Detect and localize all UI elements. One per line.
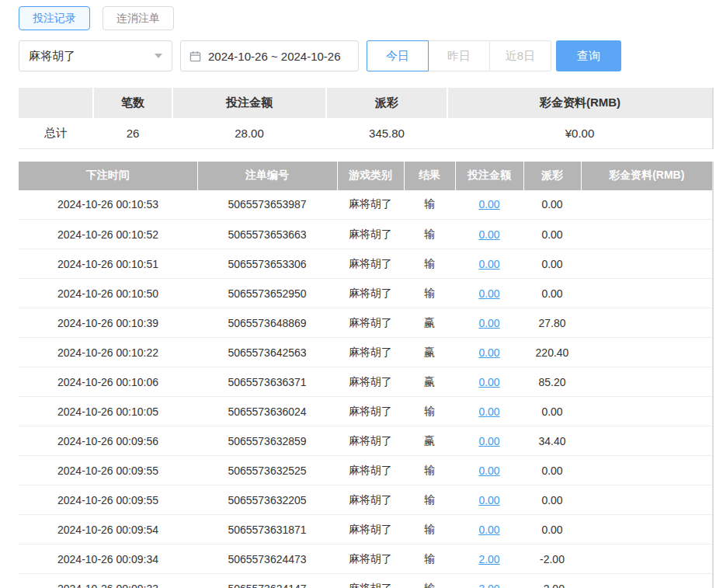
table-row: 2024-10-26 00:09:565065573632859麻将胡了赢0.0…: [19, 426, 713, 456]
bet-time-cell: 2024-10-26 00:09:55: [19, 485, 197, 515]
tabs-row: 投注记录 连消注单: [19, 6, 713, 30]
bet-time-cell: 2024-10-26 00:10:50: [19, 279, 197, 308]
bet-time-cell: 2024-10-26 00:09:54: [19, 515, 197, 545]
game-type-cell: 麻将胡了: [337, 220, 404, 249]
summary-total-bet-amount: 28.00: [172, 118, 326, 148]
header-order-number: 注单编号: [197, 162, 337, 190]
records-table: 下注时间 注单编号 游戏类别 结果 投注金额 派彩 彩金资料(RMB) 2024…: [19, 162, 714, 588]
bet-amount-link[interactable]: 0.00: [478, 198, 499, 210]
table-row: 2024-10-26 00:10:055065573636024麻将胡了输0.0…: [19, 397, 713, 426]
bet-amount-link[interactable]: 0.00: [478, 435, 499, 447]
summary-total-row: 总计 26 28.00 345.80 ¥0.00: [19, 118, 713, 148]
bet-amount-link[interactable]: 0.00: [478, 405, 499, 418]
order-number-cell: 5065573653663: [197, 220, 337, 249]
summary-header-blank: [19, 88, 93, 118]
date-range-picker[interactable]: 2024-10-26 ~ 2024-10-26: [180, 40, 359, 71]
result-cell: 输: [404, 515, 455, 545]
header-jackpot: 彩金资料(RMB): [581, 162, 713, 190]
payout-cell: 0.00: [523, 515, 581, 545]
bet-time-cell: 2024-10-26 00:10:22: [19, 338, 197, 367]
jackpot-cell: [581, 249, 713, 279]
order-number-cell: 5065573636024: [197, 397, 337, 426]
quick-range-group: 今日 昨日 近8日: [367, 40, 551, 71]
order-number-cell: 5065573624473: [197, 545, 337, 574]
table-row: 2024-10-26 00:09:555065573632525麻将胡了输0.0…: [19, 456, 713, 485]
bet-time-cell: 2024-10-26 00:09:34: [19, 545, 197, 574]
summary-total-label: 总计: [19, 118, 93, 148]
bet-amount-link[interactable]: 0.00: [478, 494, 499, 506]
summary-table: 笔数 投注金额 派彩 彩金资料(RMB) 总计 26 28.00 345.80 …: [19, 88, 714, 149]
payout-cell: -2.00: [523, 545, 581, 574]
jackpot-cell: [581, 190, 713, 220]
order-number-cell: 5065573636371: [197, 367, 337, 397]
bet-amount-link[interactable]: 0.00: [478, 376, 499, 388]
bet-amount-cell: 2.00: [455, 574, 523, 588]
bet-amount-link[interactable]: 0.00: [478, 287, 499, 300]
jackpot-cell: [581, 545, 713, 574]
game-type-cell: 麻将胡了: [337, 279, 404, 308]
tab-betting-records[interactable]: 投注记录: [19, 6, 90, 30]
jackpot-cell: [581, 515, 713, 545]
summary-header-bet-amount: 投注金额: [172, 88, 326, 118]
bet-amount-link[interactable]: 0.00: [478, 228, 499, 241]
payout-cell: 0.00: [523, 456, 581, 485]
payout-cell: 0.00: [523, 279, 581, 308]
betting-records-page: 投注记录 连消注单 麻将胡了 2024-10-26 ~ 2024-10-26 今…: [0, 0, 716, 588]
result-cell: 输: [404, 279, 455, 308]
result-cell: 赢: [404, 338, 455, 367]
bet-time-cell: 2024-10-26 00:10:52: [19, 220, 197, 249]
result-cell: 输: [404, 545, 455, 574]
table-row: 2024-10-26 00:10:515065573653306麻将胡了输0.0…: [19, 249, 713, 279]
records-body: 2024-10-26 00:10:535065573653987麻将胡了输0.0…: [19, 190, 713, 588]
calendar-icon: [189, 50, 201, 62]
payout-cell: 0.00: [523, 190, 581, 220]
result-cell: 赢: [404, 308, 455, 338]
game-type-cell: 麻将胡了: [337, 485, 404, 515]
game-type-cell: 麻将胡了: [337, 456, 404, 485]
today-button[interactable]: 今日: [367, 40, 429, 71]
order-number-cell: 5065573624147: [197, 574, 337, 588]
query-button[interactable]: 查询: [556, 40, 621, 71]
header-result: 结果: [404, 162, 455, 190]
jackpot-cell: [581, 485, 713, 515]
bet-amount-link[interactable]: 0.00: [478, 346, 499, 359]
bet-time-cell: 2024-10-26 00:10:39: [19, 308, 197, 338]
table-row: 2024-10-26 00:10:065065573636371麻将胡了赢0.0…: [19, 367, 713, 397]
payout-cell: 27.80: [523, 308, 581, 338]
tab-cancelled-orders[interactable]: 连消注单: [103, 6, 174, 30]
table-row: 2024-10-26 00:10:395065573648869麻将胡了赢0.0…: [19, 308, 713, 338]
filter-row: 麻将胡了 2024-10-26 ~ 2024-10-26 今日 昨日 近8日 查…: [19, 40, 713, 71]
bet-amount-cell: 2.00: [455, 545, 523, 574]
bet-amount-cell: 0.00: [455, 485, 523, 515]
bet-time-cell: 2024-10-26 00:10:05: [19, 397, 197, 426]
order-number-cell: 5065573632205: [197, 485, 337, 515]
bet-amount-link[interactable]: 0.00: [478, 464, 499, 477]
bet-amount-link[interactable]: 2.00: [478, 553, 499, 565]
payout-cell: 0.00: [523, 397, 581, 426]
table-row: 2024-10-26 00:10:505065573652950麻将胡了输0.0…: [19, 279, 713, 308]
order-number-cell: 5065573632525: [197, 456, 337, 485]
game-type-cell: 麻将胡了: [337, 308, 404, 338]
game-type-cell: 麻将胡了: [337, 249, 404, 279]
game-select[interactable]: 麻将胡了: [19, 40, 172, 71]
header-payout: 派彩: [523, 162, 581, 190]
result-cell: 赢: [404, 426, 455, 456]
last-8-days-button[interactable]: 近8日: [489, 40, 551, 71]
payout-cell: 85.20: [523, 367, 581, 397]
bet-amount-link[interactable]: 2.00: [478, 583, 499, 588]
jackpot-cell: [581, 574, 713, 588]
bet-amount-cell: 0.00: [455, 279, 523, 308]
bet-amount-link[interactable]: 0.00: [478, 317, 499, 329]
jackpot-cell: [581, 308, 713, 338]
yesterday-button[interactable]: 昨日: [428, 40, 490, 71]
table-row: 2024-10-26 00:09:335065573624147麻将胡了输2.0…: [19, 574, 713, 588]
table-row: 2024-10-26 00:10:225065573642563麻将胡了赢0.0…: [19, 338, 713, 367]
bet-time-cell: 2024-10-26 00:10:06: [19, 367, 197, 397]
table-row: 2024-10-26 00:09:545065573631871麻将胡了输0.0…: [19, 515, 713, 545]
bet-amount-link[interactable]: 0.00: [478, 258, 499, 270]
bet-amount-link[interactable]: 0.00: [478, 524, 499, 536]
game-type-cell: 麻将胡了: [337, 367, 404, 397]
jackpot-cell: [581, 456, 713, 485]
order-number-cell: 5065573653987: [197, 190, 337, 220]
payout-cell: 0.00: [523, 485, 581, 515]
